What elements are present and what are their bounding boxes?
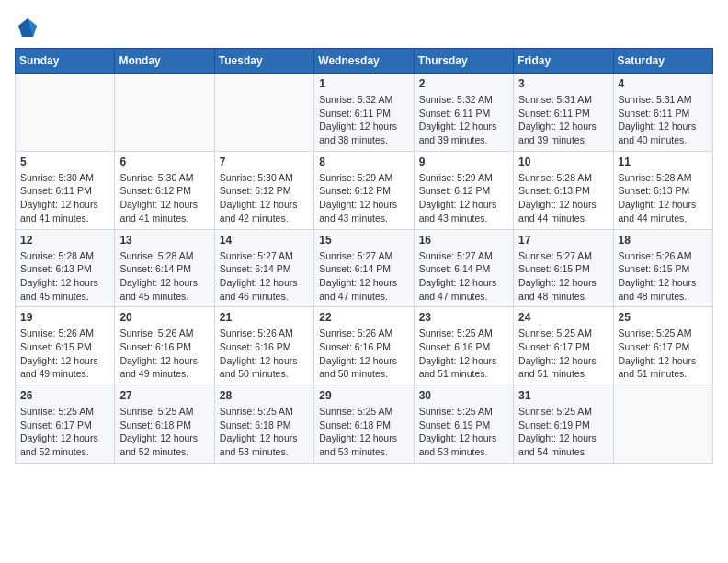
day-number: 28	[220, 389, 309, 402]
day-number: 12	[20, 234, 109, 247]
day-info: Sunrise: 5:27 AMSunset: 6:15 PMDaylight:…	[518, 249, 608, 304]
calendar-cell: 28 Sunrise: 5:25 AMSunset: 6:18 PMDaylig…	[214, 385, 313, 464]
day-number: 16	[419, 234, 508, 247]
day-info: Sunrise: 5:25 AMSunset: 6:17 PMDaylight:…	[20, 405, 109, 459]
calendar-cell: 15 Sunrise: 5:27 AMSunset: 6:14 PMDaylig…	[314, 229, 414, 307]
weekday-header-row: SundayMondayTuesdayWednesdayThursdayFrid…	[16, 49, 713, 74]
weekday-header-thursday: Thursday	[414, 49, 513, 74]
day-number: 8	[319, 155, 408, 168]
day-info: Sunrise: 5:25 AMSunset: 6:17 PMDaylight:…	[518, 327, 608, 381]
week-row-4: 19 Sunrise: 5:26 AMSunset: 6:15 PMDaylig…	[16, 307, 713, 385]
day-number: 10	[518, 155, 608, 168]
day-number: 9	[419, 155, 508, 168]
calendar-cell: 8 Sunrise: 5:29 AMSunset: 6:12 PMDayligh…	[314, 151, 414, 229]
day-number: 25	[619, 311, 708, 324]
day-info: Sunrise: 5:29 AMSunset: 6:12 PMDaylight:…	[319, 171, 408, 225]
calendar-cell: 13 Sunrise: 5:28 AMSunset: 6:14 PMDaylig…	[115, 229, 214, 307]
day-number: 26	[20, 389, 109, 402]
page-header	[15, 15, 713, 40]
weekday-header-sunday: Sunday	[16, 49, 115, 74]
day-number: 14	[220, 234, 309, 247]
day-number: 27	[119, 389, 209, 402]
calendar-cell	[115, 74, 214, 152]
day-info: Sunrise: 5:26 AMSunset: 6:16 PMDaylight:…	[319, 327, 408, 381]
calendar-cell: 29 Sunrise: 5:25 AMSunset: 6:18 PMDaylig…	[314, 385, 414, 464]
day-info: Sunrise: 5:25 AMSunset: 6:19 PMDaylight:…	[518, 405, 608, 459]
day-number: 1	[319, 77, 408, 90]
week-row-1: 1 Sunrise: 5:32 AMSunset: 6:11 PMDayligh…	[16, 74, 713, 152]
weekday-header-monday: Monday	[115, 49, 214, 74]
day-info: Sunrise: 5:26 AMSunset: 6:15 PMDaylight:…	[619, 249, 708, 304]
day-info: Sunrise: 5:25 AMSunset: 6:17 PMDaylight:…	[619, 327, 708, 381]
day-info: Sunrise: 5:25 AMSunset: 6:16 PMDaylight:…	[419, 327, 508, 381]
day-info: Sunrise: 5:25 AMSunset: 6:18 PMDaylight:…	[220, 405, 309, 459]
calendar-cell: 7 Sunrise: 5:30 AMSunset: 6:12 PMDayligh…	[214, 151, 313, 229]
weekday-header-tuesday: Tuesday	[214, 49, 313, 74]
calendar-cell: 6 Sunrise: 5:30 AMSunset: 6:12 PMDayligh…	[115, 151, 214, 229]
calendar-cell: 11 Sunrise: 5:28 AMSunset: 6:13 PMDaylig…	[613, 151, 712, 229]
calendar-cell	[16, 74, 115, 152]
day-number: 2	[419, 77, 508, 90]
calendar-cell: 3 Sunrise: 5:31 AMSunset: 6:11 PMDayligh…	[514, 74, 613, 152]
calendar-cell: 23 Sunrise: 5:25 AMSunset: 6:16 PMDaylig…	[414, 307, 513, 385]
calendar-cell: 20 Sunrise: 5:26 AMSunset: 6:16 PMDaylig…	[115, 307, 214, 385]
day-number: 6	[119, 155, 209, 168]
day-number: 3	[518, 77, 608, 90]
calendar-cell: 31 Sunrise: 5:25 AMSunset: 6:19 PMDaylig…	[514, 385, 613, 464]
day-info: Sunrise: 5:26 AMSunset: 6:16 PMDaylight:…	[220, 327, 309, 381]
logo	[15, 15, 44, 40]
day-info: Sunrise: 5:27 AMSunset: 6:14 PMDaylight:…	[319, 249, 408, 304]
day-info: Sunrise: 5:27 AMSunset: 6:14 PMDaylight:…	[220, 249, 309, 304]
calendar-cell	[613, 385, 712, 464]
weekday-header-wednesday: Wednesday	[314, 49, 414, 74]
day-info: Sunrise: 5:28 AMSunset: 6:13 PMDaylight:…	[619, 171, 708, 225]
day-info: Sunrise: 5:30 AMSunset: 6:12 PMDaylight:…	[119, 171, 209, 225]
calendar-cell: 4 Sunrise: 5:31 AMSunset: 6:11 PMDayligh…	[613, 74, 712, 152]
calendar-cell: 2 Sunrise: 5:32 AMSunset: 6:11 PMDayligh…	[414, 74, 513, 152]
day-info: Sunrise: 5:28 AMSunset: 6:13 PMDaylight:…	[20, 249, 109, 304]
logo-icon	[15, 15, 40, 40]
day-number: 4	[619, 77, 708, 90]
day-info: Sunrise: 5:26 AMSunset: 6:16 PMDaylight:…	[119, 327, 209, 381]
calendar-cell: 18 Sunrise: 5:26 AMSunset: 6:15 PMDaylig…	[613, 229, 712, 307]
calendar-cell: 27 Sunrise: 5:25 AMSunset: 6:18 PMDaylig…	[115, 385, 214, 464]
calendar-cell: 10 Sunrise: 5:28 AMSunset: 6:13 PMDaylig…	[514, 151, 613, 229]
day-info: Sunrise: 5:31 AMSunset: 6:11 PMDaylight:…	[619, 93, 708, 147]
calendar-cell: 21 Sunrise: 5:26 AMSunset: 6:16 PMDaylig…	[214, 307, 313, 385]
calendar-cell: 30 Sunrise: 5:25 AMSunset: 6:19 PMDaylig…	[414, 385, 513, 464]
calendar-cell: 9 Sunrise: 5:29 AMSunset: 6:12 PMDayligh…	[414, 151, 513, 229]
day-info: Sunrise: 5:25 AMSunset: 6:18 PMDaylight:…	[319, 405, 408, 459]
week-row-5: 26 Sunrise: 5:25 AMSunset: 6:17 PMDaylig…	[16, 385, 713, 464]
weekday-header-saturday: Saturday	[613, 49, 712, 74]
day-info: Sunrise: 5:29 AMSunset: 6:12 PMDaylight:…	[419, 171, 508, 225]
day-info: Sunrise: 5:28 AMSunset: 6:13 PMDaylight:…	[518, 171, 608, 225]
calendar-cell	[214, 74, 313, 152]
calendar-cell: 24 Sunrise: 5:25 AMSunset: 6:17 PMDaylig…	[514, 307, 613, 385]
day-number: 20	[119, 311, 209, 324]
day-number: 11	[619, 155, 708, 168]
day-info: Sunrise: 5:28 AMSunset: 6:14 PMDaylight:…	[119, 249, 209, 304]
day-number: 5	[20, 155, 109, 168]
day-info: Sunrise: 5:27 AMSunset: 6:14 PMDaylight:…	[419, 249, 508, 304]
calendar-cell: 26 Sunrise: 5:25 AMSunset: 6:17 PMDaylig…	[16, 385, 115, 464]
day-info: Sunrise: 5:30 AMSunset: 6:12 PMDaylight:…	[220, 171, 309, 225]
week-row-3: 12 Sunrise: 5:28 AMSunset: 6:13 PMDaylig…	[16, 229, 713, 307]
day-number: 23	[419, 311, 508, 324]
day-info: Sunrise: 5:30 AMSunset: 6:11 PMDaylight:…	[20, 171, 109, 225]
calendar-cell: 19 Sunrise: 5:26 AMSunset: 6:15 PMDaylig…	[16, 307, 115, 385]
calendar-cell: 16 Sunrise: 5:27 AMSunset: 6:14 PMDaylig…	[414, 229, 513, 307]
calendar-cell: 22 Sunrise: 5:26 AMSunset: 6:16 PMDaylig…	[314, 307, 414, 385]
day-info: Sunrise: 5:32 AMSunset: 6:11 PMDaylight:…	[319, 93, 408, 147]
day-info: Sunrise: 5:25 AMSunset: 6:19 PMDaylight:…	[419, 405, 508, 459]
day-number: 22	[319, 311, 408, 324]
day-info: Sunrise: 5:32 AMSunset: 6:11 PMDaylight:…	[419, 93, 508, 147]
day-info: Sunrise: 5:26 AMSunset: 6:15 PMDaylight:…	[20, 327, 109, 381]
calendar-table: SundayMondayTuesdayWednesdayThursdayFrid…	[15, 48, 713, 464]
day-number: 15	[319, 234, 408, 247]
day-number: 24	[518, 311, 608, 324]
day-number: 31	[518, 389, 608, 402]
day-number: 17	[518, 234, 608, 247]
day-number: 29	[319, 389, 408, 402]
day-number: 18	[619, 234, 708, 247]
day-info: Sunrise: 5:31 AMSunset: 6:11 PMDaylight:…	[518, 93, 608, 147]
